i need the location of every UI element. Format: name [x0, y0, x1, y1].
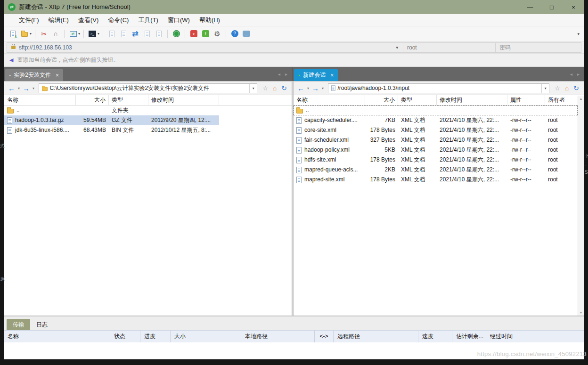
password-input[interactable]	[499, 44, 577, 51]
sync-doc-icon[interactable]	[154, 29, 164, 39]
forward-dropdown-icon[interactable]: ▾	[321, 86, 325, 90]
close-button[interactable]: ×	[563, 0, 584, 14]
file-row[interactable]: jdk-6u35-linux-i586.... 68.43MB BIN 文件 2…	[4, 125, 292, 135]
favorites-star-icon[interactable]: ☆	[261, 85, 270, 92]
xftp-green-icon[interactable]: f	[200, 29, 211, 39]
back-button[interactable]: ←	[7, 84, 16, 92]
column-header-status[interactable]: 状态	[110, 331, 140, 342]
column-header-eta[interactable]: 估计剩余...	[452, 331, 486, 342]
tab-log[interactable]: 日志	[30, 319, 54, 330]
username-input[interactable]	[407, 44, 491, 51]
refresh-icon[interactable]: ↻	[572, 84, 581, 92]
tab-transfer[interactable]: 传输	[7, 319, 30, 330]
forward-dropdown-icon[interactable]: ▾	[32, 86, 35, 90]
forward-button[interactable]: →	[22, 84, 31, 92]
reconnect-icon[interactable]: ∩	[50, 29, 61, 39]
transfer-swap-icon[interactable]: ⇄	[130, 29, 140, 39]
refresh-icon[interactable]: ↻	[279, 84, 289, 92]
column-header-remote-path[interactable]: 远程路径	[334, 331, 418, 342]
forward-button[interactable]: →	[311, 84, 320, 92]
queue-doc-icon[interactable]	[142, 29, 152, 39]
feedback-bubble-icon[interactable]: …	[241, 29, 252, 39]
file-row[interactable]: mapred-queue-acls... 2KB XML 文档 2021/4/1…	[294, 165, 578, 175]
menu-command[interactable]: 命令(C)	[103, 14, 133, 26]
column-header-type[interactable]: 类型	[109, 95, 148, 105]
file-row-up[interactable]: ..	[294, 105, 578, 115]
help-icon[interactable]: ?	[229, 29, 240, 39]
host-address-value: sftp://192.168.56.103	[19, 44, 394, 51]
favorites-star-icon[interactable]: ☆	[553, 85, 562, 92]
maximize-button[interactable]: □	[541, 0, 563, 14]
file-attr: -rw-r--r--	[507, 135, 545, 145]
xagent-red-icon[interactable]: x	[188, 29, 199, 39]
terminal-dropdown-icon[interactable]: ▾	[98, 32, 99, 36]
new-session-icon[interactable]: +	[8, 29, 18, 39]
column-header-local-path[interactable]: 本地路径	[241, 331, 315, 342]
vertical-scrollbar[interactable]: ▴ ▾	[578, 96, 584, 316]
paste-icon[interactable]	[118, 29, 129, 39]
tab-scroll-right-icon[interactable]: ▸	[577, 72, 580, 77]
back-dropdown-icon[interactable]: ▾	[17, 86, 21, 90]
column-header-progress[interactable]: 进度	[140, 331, 171, 342]
path-dropdown-icon[interactable]: ▾	[541, 84, 549, 93]
column-header-type[interactable]: 类型	[398, 95, 437, 105]
column-header-size[interactable]: 大小	[76, 95, 109, 105]
settings-gear-icon[interactable]: ⚙	[212, 29, 222, 39]
column-header-name[interactable]: 名称	[4, 331, 110, 342]
toolbar-overflow-icon[interactable]: ▾	[577, 32, 580, 36]
column-header-name[interactable]: 名称	[4, 95, 76, 105]
file-row-up[interactable]: .. 文件夹	[4, 105, 292, 115]
tab-scroll-left-icon[interactable]: ◂	[570, 72, 572, 77]
menu-window[interactable]: 窗口(W)	[163, 14, 195, 26]
host-address-field[interactable]: sftp://192.168.56.103 ▾	[7, 42, 403, 53]
menu-tools[interactable]: 工具(T)	[133, 14, 163, 26]
file-row-selected[interactable]: hadoop-1.0.3.tar.gz 59.54MB GZ 文件 2012/9…	[4, 115, 292, 125]
column-header-size[interactable]: 大小	[171, 331, 241, 342]
file-row[interactable]: hdfs-site.xml 178 Bytes XML 文档 2021/4/10…	[294, 155, 578, 165]
scroll-up-icon[interactable]: ▴	[580, 97, 582, 101]
column-header-size[interactable]: 大小	[365, 95, 398, 105]
column-header-mtime[interactable]: 修改时间	[437, 95, 507, 105]
file-name: core-site.xml	[304, 125, 336, 135]
minimize-button[interactable]: —	[519, 0, 541, 14]
home-icon[interactable]: ⌂	[563, 84, 571, 92]
tab-close-icon[interactable]: ×	[330, 72, 334, 79]
column-header-name[interactable]: 名称	[294, 95, 365, 105]
disconnect-scissors-icon[interactable]: ✂	[39, 29, 49, 39]
copy-icon[interactable]	[106, 29, 117, 39]
new-transfer-window-icon[interactable]: ⇄	[68, 29, 78, 39]
back-dropdown-icon[interactable]: ▾	[306, 86, 310, 90]
web-globe-icon[interactable]	[171, 29, 181, 39]
home-icon[interactable]: ⌂	[271, 84, 278, 92]
file-row[interactable]: fair-scheduler.xml 327 Bytes XML 文档 2021…	[294, 135, 578, 145]
column-header-attr[interactable]: 属性	[507, 95, 545, 105]
path-dropdown-icon[interactable]: ▾	[249, 84, 257, 93]
tab-scroll-left-icon[interactable]: ◂	[278, 72, 280, 77]
menu-view[interactable]: 查看(V)	[74, 14, 103, 26]
column-header-owner[interactable]: 所有者	[545, 95, 578, 105]
transfer-window-dropdown-icon[interactable]: ▾	[78, 32, 80, 36]
host-dropdown-icon[interactable]: ▾	[394, 45, 400, 50]
file-row[interactable]: capacity-scheduler.... 7KB XML 文档 2021/4…	[294, 115, 578, 125]
tab-local-session[interactable]: ● 实验2安装文件 ×	[5, 69, 63, 81]
open-session-icon[interactable]	[19, 29, 30, 39]
tab-close-icon[interactable]: ×	[56, 72, 59, 79]
remote-path-combobox[interactable]: /root/java/hadoop-1.0.3/input ▾	[328, 83, 549, 93]
file-row[interactable]: hadoop-policy.xml 5KB XML 文档 2021/4/10 星…	[294, 145, 578, 155]
menu-edit[interactable]: 编辑(E)	[44, 14, 74, 26]
local-path-combobox[interactable]: C:\Users\lonrywu\Desktop\云计算实验2安装文件\实验2安…	[39, 83, 257, 93]
tab-scroll-right-icon[interactable]: ▸	[285, 72, 287, 77]
column-header-elapsed[interactable]: 经过时间	[486, 331, 584, 342]
menu-file[interactable]: 文件(F)	[14, 14, 44, 26]
file-row[interactable]: core-site.xml 178 Bytes XML 文档 2021/4/10…	[294, 125, 578, 135]
column-header-direction[interactable]: <->	[315, 331, 334, 342]
open-session-dropdown-icon[interactable]: ▾	[30, 32, 32, 36]
menu-help[interactable]: 帮助(H)	[195, 14, 225, 26]
scroll-down-icon[interactable]: ▾	[580, 310, 582, 315]
open-terminal-icon[interactable]: >_	[87, 29, 98, 39]
back-button[interactable]: ←	[296, 84, 305, 92]
column-header-mtime[interactable]: 修改时间	[148, 95, 219, 105]
column-header-speed[interactable]: 速度	[418, 331, 452, 342]
tab-remote-session[interactable]: ● 新建会话 ×	[294, 69, 338, 81]
file-row[interactable]: mapred-site.xml 178 Bytes XML 文档 2021/4/…	[294, 175, 578, 185]
